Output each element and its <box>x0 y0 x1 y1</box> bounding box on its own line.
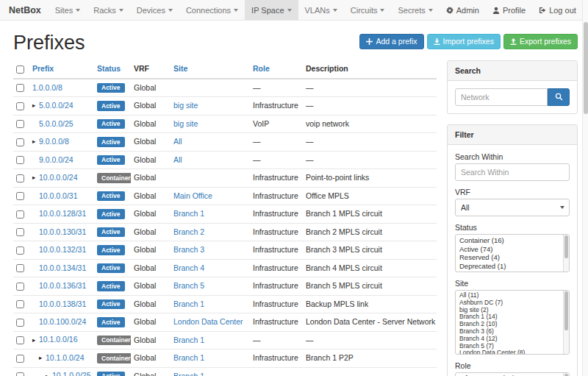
site-link[interactable]: Branch 1 <box>173 299 204 308</box>
prefix-link[interactable]: 10.0.0.134/31 <box>39 263 86 272</box>
role-listbox[interactable]: Infrastructure (25)Management (8)Private… <box>455 372 570 376</box>
row-checkbox[interactable] <box>16 300 24 308</box>
nav-menu-item[interactable]: Secrets <box>391 0 439 20</box>
nav-menu-item[interactable]: Circuits <box>344 0 392 20</box>
row-checkbox[interactable] <box>16 138 24 146</box>
row-checkbox[interactable] <box>16 228 24 236</box>
prefix-link[interactable]: 9.0.0.0/8 <box>39 137 69 146</box>
status-listbox-scrollbar[interactable] <box>563 235 569 272</box>
site-filter-option[interactable]: All (11) <box>456 292 562 299</box>
site-link[interactable]: Branch 1 <box>173 336 204 344</box>
row-checkbox[interactable] <box>16 355 24 363</box>
prefix-link[interactable]: 10.0.0.0/24 <box>39 173 78 182</box>
prefix-link[interactable]: 10.1.0.0/25 <box>52 371 91 376</box>
site-link[interactable]: Branch 1 <box>173 353 204 362</box>
nav-menu-item[interactable]: IP Space <box>245 0 298 20</box>
vrf-select[interactable]: All <box>455 199 570 216</box>
prefix-link[interactable]: 10.0.0.130/31 <box>39 227 86 236</box>
expand-caret-icon[interactable]: ▸ <box>32 336 39 345</box>
row-checkbox[interactable] <box>16 210 24 219</box>
row-checkbox[interactable] <box>16 174 24 182</box>
prefix-link[interactable]: 10.0.100.0/24 <box>39 317 86 326</box>
row-checkbox[interactable] <box>16 120 24 128</box>
prefix-link[interactable]: 1.0.0.0/8 <box>32 83 62 92</box>
expand-caret-icon[interactable]: ▸ <box>32 138 39 146</box>
row-checkbox[interactable] <box>16 319 24 327</box>
site-filter-option[interactable]: big site (2) <box>456 307 562 314</box>
select-all-checkbox[interactable] <box>16 65 24 74</box>
site-filter-option[interactable]: Branch 5 (7) <box>456 343 562 350</box>
logout-link[interactable]: Log out <box>532 0 583 20</box>
site-link[interactable]: Main Office <box>173 191 212 200</box>
row-checkbox[interactable] <box>16 102 24 110</box>
site-link[interactable]: big site <box>173 119 198 128</box>
row-checkbox[interactable] <box>16 283 24 291</box>
column-header-site[interactable]: Site <box>171 60 250 79</box>
status-filter-option[interactable]: Reserved (4) <box>456 253 562 262</box>
site-listbox[interactable]: All (11)Ashburn DC (7)big site (2)Branch… <box>455 290 570 355</box>
status-filter-option[interactable]: Deprecated (1) <box>456 262 562 271</box>
nav-menu-item[interactable]: Connections <box>179 0 245 20</box>
site-link[interactable]: Branch 5 <box>173 281 204 290</box>
nav-menu-item[interactable]: Sites <box>49 0 87 20</box>
site-link[interactable]: London Data Center <box>173 317 243 326</box>
row-checkbox[interactable] <box>16 156 24 164</box>
row-checkbox[interactable] <box>16 264 24 272</box>
row-checkbox[interactable] <box>16 246 24 255</box>
scrollbar-thumb[interactable] <box>584 22 588 114</box>
search-button[interactable] <box>548 88 570 106</box>
admin-link[interactable]: Admin <box>440 0 486 20</box>
prefix-link[interactable]: 5.0.0.0/25 <box>39 119 74 128</box>
prefix-link[interactable]: 9.0.0.0/24 <box>39 155 74 164</box>
column-header-prefix[interactable]: Prefix <box>29 60 94 79</box>
site-link[interactable]: big site <box>173 101 198 110</box>
import-prefixes-button[interactable]: Import prefixes <box>427 34 501 49</box>
search-within-input[interactable] <box>455 163 570 181</box>
row-checkbox[interactable] <box>16 84 24 92</box>
expand-caret-icon[interactable]: ▸ <box>39 354 46 363</box>
site-filter-option[interactable]: Branch 4 (12) <box>456 336 562 343</box>
site-link[interactable]: Branch 1 <box>173 372 204 376</box>
row-checkbox[interactable] <box>16 336 24 344</box>
prefix-link[interactable]: 10.0.0.132/31 <box>39 245 86 254</box>
prefix-link[interactable]: 10.0.0.0/31 <box>39 191 78 200</box>
prefix-link[interactable]: 10.0.0.138/31 <box>39 299 86 308</box>
site-filter-option[interactable]: Branch 1 (14) <box>456 313 562 321</box>
page-scrollbar[interactable] <box>582 0 588 376</box>
app-brand[interactable]: NetBox <box>0 0 49 20</box>
site-link[interactable]: Branch 3 <box>173 245 204 254</box>
row-checkbox[interactable] <box>16 192 24 200</box>
expand-caret-icon[interactable]: ▸ <box>32 174 39 182</box>
site-filter-option[interactable]: London Data Center (8) <box>456 350 562 355</box>
status-filter-option[interactable]: Active (74) <box>456 245 562 254</box>
expand-caret-icon[interactable]: ▸ <box>46 372 52 376</box>
prefix-link[interactable]: 10.1.0.0/16 <box>39 335 78 344</box>
role-listbox-scrollbar[interactable] <box>563 373 569 376</box>
prefix-link[interactable]: 10.0.0.136/31 <box>39 281 86 290</box>
site-link[interactable]: All <box>173 155 182 164</box>
export-prefixes-button[interactable]: Export prefixes <box>503 34 578 49</box>
column-header-status[interactable]: Status <box>94 60 131 79</box>
expand-caret-icon[interactable]: ▸ <box>32 102 39 110</box>
prefix-link[interactable]: 10.0.0.128/31 <box>39 209 86 218</box>
nav-menu-item[interactable]: VLANs <box>298 0 344 20</box>
site-link[interactable]: All <box>173 137 182 146</box>
search-input[interactable] <box>455 88 548 106</box>
site-listbox-scrollbar[interactable] <box>563 291 569 354</box>
row-checkbox[interactable] <box>16 372 24 376</box>
column-header-role[interactable]: Role <box>250 60 303 79</box>
site-filter-option[interactable]: Ashburn DC (7) <box>456 299 562 307</box>
nav-menu-item[interactable]: Racks <box>87 0 130 20</box>
add-prefix-button[interactable]: Add a prefix <box>359 34 423 49</box>
site-filter-option[interactable]: Branch 3 (6) <box>456 328 562 336</box>
site-link[interactable]: Branch 2 <box>173 227 204 236</box>
status-filter-option[interactable]: Container (16) <box>456 236 562 245</box>
site-link[interactable]: Branch 4 <box>173 263 204 272</box>
site-filter-option[interactable]: Branch 2 (10) <box>456 321 562 328</box>
site-link[interactable]: Branch 1 <box>173 209 204 218</box>
prefix-link[interactable]: 5.0.0.0/24 <box>39 101 74 110</box>
status-listbox[interactable]: Container (16)Active (74)Reserved (4)Dep… <box>455 234 570 272</box>
profile-link[interactable]: Profile <box>486 0 532 20</box>
nav-menu-item[interactable]: Devices <box>130 0 179 20</box>
prefix-link[interactable]: 10.1.0.0/24 <box>46 353 85 362</box>
